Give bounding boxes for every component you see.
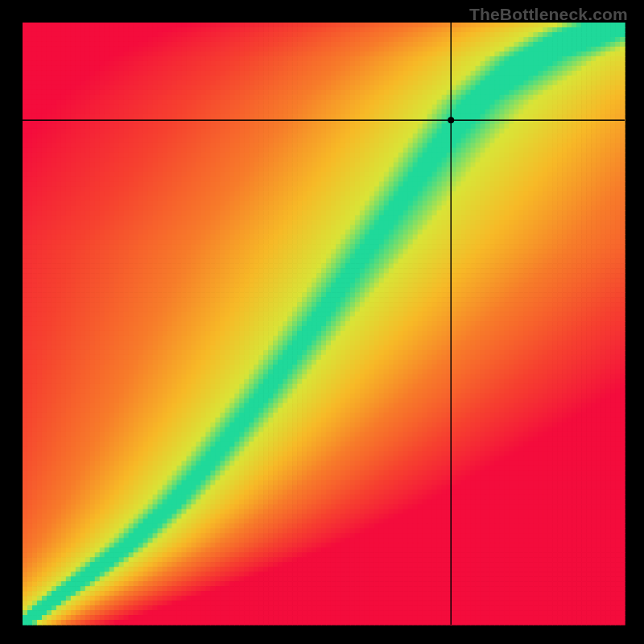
watermark-text: TheBottleneck.com (469, 5, 628, 24)
chart-container: TheBottleneck.com (0, 0, 644, 644)
bottleneck-heatmap (0, 0, 644, 644)
